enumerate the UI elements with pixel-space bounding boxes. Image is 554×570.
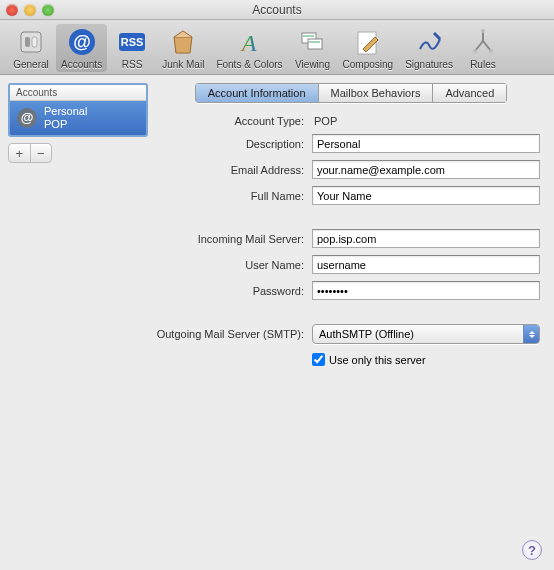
svg-rect-9 [308,39,322,49]
svg-text:A: A [240,30,257,56]
toolbar-general[interactable]: General [8,24,54,72]
composing-icon [352,26,384,58]
account-list-item[interactable]: @ Personal POP [10,101,146,135]
accounts-sidebar: Accounts @ Personal POP [8,83,148,137]
fullname-label: Full Name: [156,190,304,202]
tab-mailbox-behaviors[interactable]: Mailbox Behaviors [319,83,434,103]
rss-icon: RSS [116,26,148,58]
description-input[interactable] [312,134,540,153]
tab-bar: Account Information Mailbox Behaviors Ad… [195,83,508,103]
at-icon: @ [66,26,98,58]
help-button[interactable]: ? [522,540,542,560]
tab-advanced[interactable]: Advanced [433,83,507,103]
toolbar-label: Viewing [295,59,330,70]
toolbar-label: Rules [470,59,496,70]
toolbar-accounts[interactable]: @ Accounts [56,24,107,72]
toolbar-label: Signatures [405,59,453,70]
toolbar-composing[interactable]: Composing [338,24,399,72]
switch-icon [15,26,47,58]
remove-account-button[interactable]: − [31,144,52,162]
svg-text:@: @ [73,32,91,52]
toolbar-signatures[interactable]: Signatures [400,24,458,72]
junk-icon [167,26,199,58]
rules-icon [467,26,499,58]
sidebar-header: Accounts [10,85,146,101]
fonts-icon: A [233,26,265,58]
incoming-input[interactable] [312,229,540,248]
svg-rect-0 [21,32,41,52]
password-input[interactable] [312,281,540,300]
toolbar-junk[interactable]: Junk Mail [157,24,209,72]
smtp-label: Outgoing Mail Server (SMTP): [156,328,304,340]
fullname-input[interactable] [312,186,540,205]
smtp-popup[interactable]: AuthSMTP (Offline) [312,324,540,344]
svg-point-15 [489,49,493,53]
toolbar-viewing[interactable]: Viewing [290,24,336,72]
signatures-icon [413,26,445,58]
account-form: Account Type: POP Description: Email Add… [156,115,546,366]
toolbar-rules[interactable]: Rules [460,24,506,72]
tab-account-information[interactable]: Account Information [195,83,319,103]
account-type-label: Account Type: [156,115,304,127]
smtp-value: AuthSMTP (Offline) [319,328,414,340]
svg-point-14 [473,49,477,53]
toolbar-label: Composing [343,59,394,70]
window-title: Accounts [0,3,554,17]
viewing-icon [297,26,329,58]
add-account-button[interactable]: + [9,144,31,162]
password-label: Password: [156,285,304,297]
svg-point-13 [481,29,485,33]
account-name: Personal [44,105,87,118]
toolbar-label: RSS [122,59,143,70]
toolbar: General @ Accounts RSS RSS Junk Mail A F… [0,20,554,75]
titlebar: Accounts [0,0,554,20]
svg-rect-1 [25,37,30,47]
toolbar-label: Accounts [61,59,102,70]
description-label: Description: [156,138,304,150]
email-label: Email Address: [156,164,304,176]
add-remove-bar: + − [8,143,52,163]
svg-text:RSS: RSS [121,36,144,48]
incoming-label: Incoming Mail Server: [156,233,304,245]
at-icon: @ [16,107,38,129]
account-kind: POP [44,118,87,131]
toolbar-rss[interactable]: RSS RSS [109,24,155,72]
toolbar-fonts[interactable]: A Fonts & Colors [211,24,287,72]
username-label: User Name: [156,259,304,271]
toolbar-label: General [13,59,49,70]
email-input[interactable] [312,160,540,179]
svg-rect-2 [32,37,37,47]
use-only-checkbox[interactable] [312,353,325,366]
account-type-value: POP [312,115,540,127]
username-input[interactable] [312,255,540,274]
use-only-label: Use only this server [329,354,426,366]
svg-text:@: @ [21,110,34,125]
toolbar-label: Fonts & Colors [216,59,282,70]
popup-arrows-icon [523,325,539,343]
toolbar-label: Junk Mail [162,59,204,70]
